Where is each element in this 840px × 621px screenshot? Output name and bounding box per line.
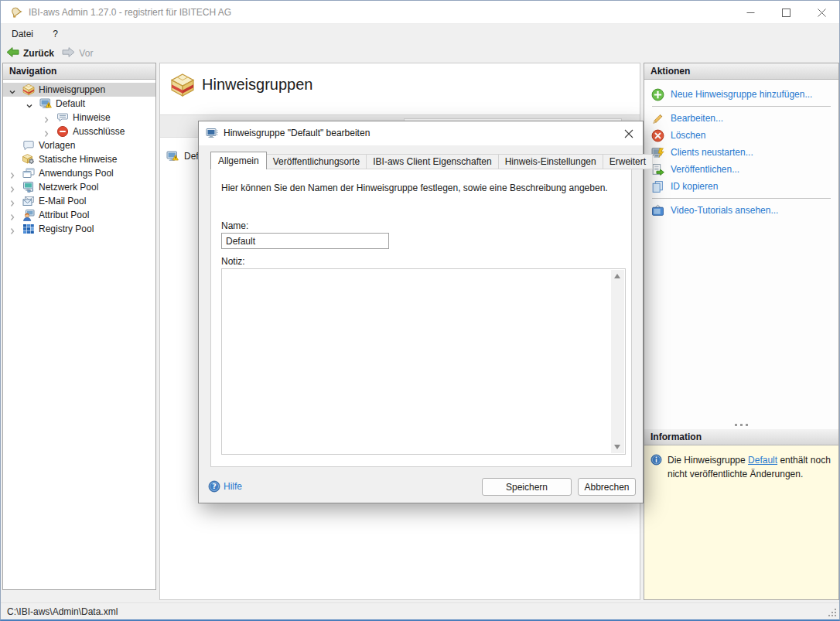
tree-item-label: Vorlagen [39,138,75,152]
tree-item-attribut-pool[interactable]: Attribut Pool [3,208,155,222]
publish-arrow-icon [651,163,664,176]
action-label[interactable]: Bearbeiten... [671,110,723,127]
navigation-tree: Hinweisgruppen Default Hinweise Ausschlü… [3,80,155,236]
notiz-scrollbar[interactable] [611,270,624,453]
tab-allgemein[interactable]: Allgemein [210,152,267,169]
resize-grip-icon[interactable] [828,608,837,617]
name-label: Name: [221,220,248,231]
chevron-right-icon[interactable] [9,225,16,233]
tab-hinweis-einstellungen[interactable]: Hinweis-Einstellungen [499,154,603,169]
tree-item-statische-hinweise[interactable]: Statische Hinweise [3,152,155,166]
dialog-monitor-icon [206,127,218,139]
tree-item-ausschluesse[interactable]: Ausschlüsse [3,125,155,138]
add-circle-icon [651,88,664,101]
dialog-title: Hinweisgruppe "Default" bearbeiten [224,121,370,145]
edit-hinweisgruppe-dialog: Hinweisgruppe "Default" bearbeiten Allge… [198,121,644,503]
tree-item-label: Anwendungs Pool [39,166,114,180]
tab-erweitert[interactable]: Erweitert [603,154,653,169]
info-default-link[interactable]: Default [748,455,777,466]
statusbar: C:\IBI-aws\Admin\Data.xml [1,602,839,620]
forward-button[interactable]: Vor [62,44,93,62]
notiz-textarea[interactable] [221,268,626,455]
action-label[interactable]: Video-Tutorials ansehen... [671,202,778,219]
menu-item-datei[interactable]: Datei [5,25,39,44]
tree-item-anwendungs-pool[interactable]: Anwendungs Pool [3,166,155,180]
titlebar: IBI-aws Admin 1.27.0 - registriert für I… [1,1,839,24]
scroll-down-icon[interactable] [611,440,624,453]
speech-lines-icon [56,111,69,124]
cancel-button[interactable]: Abbrechen [578,478,636,496]
app-window: IBI-aws Admin 1.27.0 - registriert für I… [0,0,840,621]
forward-label: Vor [79,48,93,59]
actions-header: Aktionen [644,63,838,80]
tree-item-vorlagen[interactable]: Vorlagen [3,138,155,152]
person-computer-icon [22,209,35,221]
tree-item-default[interactable]: Default [3,97,155,111]
chevron-right-icon[interactable] [9,183,16,191]
chevron-right-icon[interactable] [43,128,50,135]
actions-separator [652,198,831,199]
chevron-down-icon[interactable] [26,100,33,107]
action-add-hinweisgruppe[interactable]: Neue Hinweisgruppe hinzufügen... [644,86,838,103]
data-file-path: C:\IBI-aws\Admin\Data.xml [7,603,118,620]
action-video-tutorials[interactable]: Video-Tutorials ansehen... [644,202,838,219]
chevron-right-icon[interactable] [9,197,16,205]
action-bearbeiten[interactable]: Bearbeiten... [644,110,838,127]
tree-item-label: Hinweisgruppen [39,83,105,97]
tree-item-label: E-Mail Pool [39,194,86,208]
name-input[interactable] [221,233,389,249]
tree-item-label: Default [56,97,85,111]
dialog-close-icon[interactable] [622,127,636,141]
tree-item-email-pool[interactable]: E-Mail Pool [3,194,155,208]
box-gear-icon [22,153,35,165]
tree-item-hinweisgruppen[interactable]: Hinweisgruppen [3,83,155,97]
tree-item-netzwerk-pool[interactable]: Netzwerk Pool [3,180,155,194]
save-button[interactable]: Speichern [482,478,572,496]
action-id-kopieren[interactable]: ID kopieren [644,178,838,195]
menu-item-help[interactable]: ? [46,25,64,44]
chevron-right-icon[interactable] [9,169,16,177]
chevron-down-icon[interactable] [9,86,16,94]
navigation-header: Navigation [3,63,155,80]
tree-item-label: Hinweise [73,111,111,125]
monitor-warning-icon [166,150,179,162]
back-arrow-icon [6,46,19,60]
panel-splitter[interactable] [644,424,838,428]
action-veroeffentlichen[interactable]: Veröffentlichen... [644,161,838,178]
tab-veroeffentlichungsorte[interactable]: Veröffentlichungsorte [267,154,367,169]
tab-page-allgemein: Hier können Sie den Namen der Hinweisgru… [210,169,632,467]
chevron-right-icon[interactable] [9,211,16,219]
network-monitor-icon [22,181,35,193]
navigation-panel: Navigation Hinweisgruppen Default Hinwei… [2,63,156,590]
menubar: Datei ? [1,25,839,44]
page-title: Hinweisgruppen [202,76,312,94]
minimize-button[interactable] [732,1,768,24]
no-entry-icon [56,125,69,138]
window-title: IBI-aws Admin 1.27.0 - registriert für I… [29,1,231,24]
actions-separator [652,106,831,107]
action-clients-neustarten[interactable]: Clients neustarten... [644,144,838,161]
tab-client-eigenschaften[interactable]: IBI-aws Client Eigenschaften [367,154,498,169]
tree-item-hinweise[interactable]: Hinweise [3,111,155,125]
information-body: Die Hinweisgruppe Default enthält noch n… [644,445,838,599]
scroll-up-icon[interactable] [611,270,624,283]
action-label[interactable]: Neue Hinweisgruppe hinzufügen... [671,86,812,103]
help-link[interactable]: Hilfe [224,481,242,492]
chevron-right-icon[interactable] [43,114,50,121]
maximize-button[interactable] [768,1,804,24]
actions-panel: Aktionen Neue Hinweisgruppe hinzufügen..… [644,63,839,600]
app-icon [10,6,22,19]
action-label[interactable]: Clients neustarten... [671,144,753,161]
action-label[interactable]: Löschen [671,127,705,144]
action-label[interactable]: Veröffentlichen... [671,161,739,178]
action-loeschen[interactable]: Löschen [644,127,838,144]
action-label[interactable]: ID kopieren [671,178,718,195]
mail-icon [22,195,35,207]
back-button[interactable]: Zurück [6,44,54,62]
tree-item-label: Attribut Pool [39,208,89,222]
close-button[interactable] [804,1,839,24]
hinweisgruppen-package-icon [170,73,195,97]
tree-item-registry-pool[interactable]: Registry Pool [3,222,155,236]
info-circle-icon [650,454,662,466]
back-label: Zurück [23,48,54,59]
